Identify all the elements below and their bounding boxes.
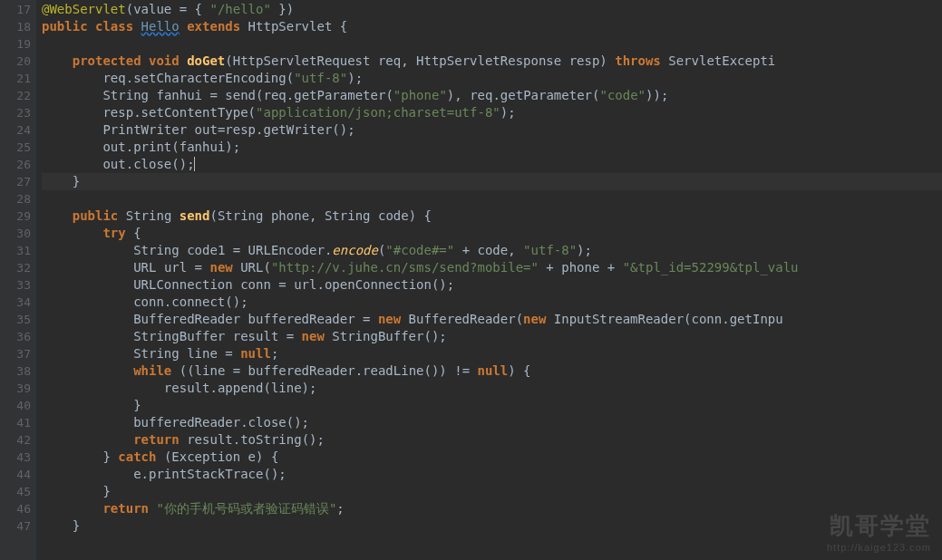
line-number[interactable]: 37 <box>0 345 31 362</box>
code-line[interactable]: BufferedReader bufferedReader = new Buff… <box>42 311 942 328</box>
token-var: req <box>42 71 126 85</box>
token-op: } <box>271 2 286 16</box>
token-op: ; <box>508 105 515 120</box>
code-line[interactable]: req.setCharacterEncoding("utf-8"); <box>42 70 942 87</box>
line-number[interactable]: 22 <box>0 87 31 104</box>
line-number[interactable]: 29− <box>0 208 31 225</box>
code-line[interactable]: out.print(fanhui); <box>42 139 942 156</box>
token-classname: HttpServletResponse <box>416 53 569 68</box>
line-number[interactable]: 18 <box>0 18 31 35</box>
line-number[interactable]: 30 <box>0 225 31 242</box>
token-paren: ( <box>209 208 217 223</box>
code-line[interactable]: conn.connect(); <box>42 294 942 311</box>
code-line[interactable]: String code1 = URLEncoder.encode("#code#… <box>42 242 942 259</box>
line-number[interactable]: 40 <box>0 397 31 414</box>
token-str: "utf-8" <box>523 243 577 257</box>
line-number[interactable]: 31 <box>0 242 31 259</box>
line-number[interactable]: 19 <box>0 35 31 53</box>
line-number[interactable]: 35 <box>0 311 31 328</box>
line-number[interactable]: 27 <box>0 173 31 190</box>
token-static-call: encode <box>332 243 378 257</box>
line-number[interactable]: 28 <box>0 190 31 208</box>
code-line[interactable]: resp.setContentType("application/json;ch… <box>42 104 942 121</box>
token-paren: () <box>286 415 302 430</box>
code-line[interactable]: e.printStackTrace(); <box>42 466 942 483</box>
code-line[interactable]: @WebServlet(value = { "/hello" }) <box>42 1 942 18</box>
line-number[interactable]: 43 <box>0 449 31 466</box>
line-number[interactable]: 41 <box>0 414 31 431</box>
code-line[interactable]: URL url = new URL("http://v.juhe.cn/sms/… <box>42 259 942 276</box>
line-number[interactable]: 47 <box>0 517 31 535</box>
code-line[interactable]: URLConnection conn = url.openConnection(… <box>42 276 942 294</box>
token-op: ; <box>447 277 454 292</box>
token-classname: ServletExcepti <box>668 53 775 68</box>
line-number[interactable]: 44 <box>0 466 31 483</box>
token-var <box>42 243 133 257</box>
code-line[interactable]: bufferedReader.close(); <box>42 414 942 431</box>
token-paren: ) { <box>256 449 278 464</box>
line-number[interactable]: 32 <box>0 259 31 276</box>
line-number[interactable]: 17 <box>0 1 31 18</box>
code-line[interactable]: String line = null; <box>42 345 942 362</box>
token-paren: ( <box>516 312 523 326</box>
code-line[interactable]: while ((line = bufferedReader.readLine()… <box>42 362 942 380</box>
code-line[interactable]: public String send(String phone, String … <box>42 208 942 225</box>
line-number[interactable]: 46 <box>0 500 31 517</box>
line-number[interactable]: 20− <box>0 53 31 70</box>
line-number[interactable]: 24 <box>0 121 31 139</box>
token-var: send <box>225 88 256 102</box>
line-number[interactable]: 25 <box>0 139 31 156</box>
token-op: = <box>195 260 210 275</box>
line-number[interactable]: 21 <box>0 70 31 87</box>
token-var: out <box>42 140 126 154</box>
token-kw: new <box>523 312 554 326</box>
token-var: line <box>271 381 302 395</box>
code-line[interactable]: PrintWriter out=resp.getWriter(); <box>42 121 942 139</box>
code-line[interactable]: return result.toString(); <box>42 431 942 449</box>
code-line[interactable]: String fanhui = send(req.getParameter("p… <box>42 87 942 104</box>
token-var <box>42 329 133 343</box>
token-paren: } <box>102 484 110 498</box>
line-number[interactable]: 38 <box>0 362 31 380</box>
code-line[interactable]: try { <box>42 225 942 242</box>
code-editor[interactable]: 17181920−212223242526272829−303132333435… <box>0 0 942 560</box>
code-line[interactable]: } <box>42 397 942 414</box>
code-line[interactable] <box>42 35 942 53</box>
line-number[interactable]: 39 <box>0 380 31 397</box>
code-line[interactable]: } catch (Exception e) { <box>42 449 942 466</box>
line-number[interactable]: 34 <box>0 294 31 311</box>
token-var: result <box>187 432 233 447</box>
token-str: "#code#=" <box>385 243 454 257</box>
token-var: conn <box>42 294 164 309</box>
code-line[interactable]: } <box>42 483 942 500</box>
token-var: bufferedReader <box>248 312 363 326</box>
line-number-gutter[interactable]: 17181920−212223242526272829−303132333435… <box>0 0 36 560</box>
line-number[interactable]: 23 <box>0 104 31 121</box>
code-line[interactable]: result.append(line); <box>42 380 942 397</box>
line-number[interactable]: 36 <box>0 328 31 345</box>
token-paren: ( <box>263 381 270 395</box>
code-line[interactable]: out.close(); <box>42 156 942 173</box>
code-line[interactable]: public class Hello extends HttpServlet { <box>42 18 942 35</box>
token-op: + <box>539 260 561 275</box>
code-area[interactable]: @WebServlet(value = { "/hello" })public … <box>36 0 942 560</box>
code-line[interactable]: } <box>42 173 942 190</box>
line-number[interactable]: 26 <box>0 156 31 173</box>
token-op: = <box>225 346 240 361</box>
code-line[interactable]: } <box>42 517 942 535</box>
line-number[interactable]: 42 <box>0 431 31 449</box>
token-op: . <box>355 363 363 378</box>
line-number[interactable]: 33 <box>0 276 31 294</box>
code-line[interactable]: StringBuffer result = new StringBuffer()… <box>42 328 942 345</box>
code-line[interactable] <box>42 190 942 208</box>
token-op: . <box>492 88 500 102</box>
line-number[interactable]: 45 <box>0 483 31 500</box>
code-line[interactable]: return "你的手机号码或者验证码错误"; <box>42 500 942 517</box>
token-str: "你的手机号码或者验证码错误" <box>156 501 336 516</box>
token-anno: @WebServlet <box>42 2 126 16</box>
token-paren: ) { <box>409 208 432 223</box>
code-line[interactable]: protected void doGet(HttpServletRequest … <box>42 53 942 70</box>
token-classname: StringBuffer <box>332 329 423 343</box>
token-op: . <box>133 105 141 120</box>
token-var: getParameter <box>294 88 385 102</box>
